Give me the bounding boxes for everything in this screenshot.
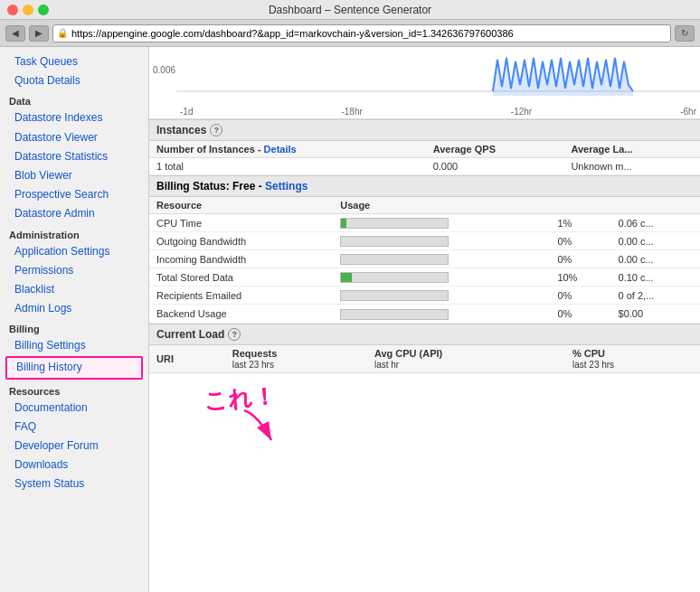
lock-icon: 🔒 — [57, 28, 68, 38]
sidebar-link-application-settings[interactable]: Application Settings — [0, 242, 148, 261]
current-load-header-row: URI Requestslast 23 hrs Avg CPU (API)las… — [149, 345, 700, 373]
window-chrome: Dashboard – Sentence Generator — [0, 0, 700, 20]
sidebar-link-documentation[interactable]: Documentation — [0, 399, 148, 418]
billing-cost: 0 of 2,... — [611, 287, 700, 305]
current-load-table: URI Requestslast 23 hrs Avg CPU (API)las… — [149, 345, 700, 373]
instances-header-row: Number of Instances - Details Average QP… — [149, 141, 700, 158]
cl-col-pct-cpu: % CPUlast 23 hrs — [565, 345, 700, 373]
instances-col-qps: Average QPS — [426, 141, 564, 158]
sidebar-link-datastore-statistics[interactable]: Datastore Statistics — [0, 147, 148, 166]
back-button[interactable]: ◀ — [5, 25, 25, 42]
address-bar[interactable]: https://appengine.google.com/dashboard?&… — [71, 28, 667, 39]
sidebar-link-datastore-indexes[interactable]: Datastore Indexes — [0, 108, 148, 127]
current-load-help-icon[interactable]: ? — [228, 328, 241, 341]
billing-resource: Recipients Emailed — [149, 287, 333, 305]
billing-col-resource: Resource — [149, 197, 333, 214]
current-load-section: Current Load ? URI Requestslast 23 hrs A… — [149, 324, 700, 373]
close-button[interactable] — [7, 5, 18, 15]
billing-status-separator: - — [259, 180, 265, 193]
billing-pct-label: 0% — [550, 250, 610, 268]
billing-bar-cell — [333, 214, 550, 232]
content-area: 0.006 -1d -18hr -12hr -6hr — [149, 47, 700, 592]
sidebar-link-permissions[interactable]: Permissions — [0, 261, 148, 280]
chart-x-label-1d: -1d — [180, 107, 193, 117]
sidebar-link-developer-forum[interactable]: Developer Forum — [0, 437, 148, 456]
forward-button[interactable]: ▶ — [29, 25, 49, 42]
billing-row: Incoming Bandwidth0%0.00 c... — [149, 250, 700, 268]
cl-col-requests: Requestslast 23 hrs — [225, 345, 367, 373]
billing-header-row: Resource Usage — [149, 197, 700, 214]
chart-canvas — [176, 51, 700, 105]
address-bar-wrapper: 🔒 https://appengine.google.com/dashboard… — [52, 24, 671, 42]
chart-x-label-6hr: -6hr — [680, 107, 696, 117]
current-load-title: Current Load — [156, 328, 224, 341]
billing-progress-fill — [341, 273, 352, 282]
billing-resource: CPU Time — [149, 214, 333, 232]
sidebar-link-task-queues[interactable]: Task Queues — [0, 52, 148, 71]
maximize-button[interactable] — [38, 5, 49, 15]
billing-progress-bar — [340, 218, 449, 229]
browser-toolbar: ◀ ▶ 🔒 https://appengine.google.com/dashb… — [0, 20, 700, 47]
annotation-text: これ！ — [203, 381, 278, 418]
sidebar: Task Queues Quota Details Data Datastore… — [0, 47, 149, 592]
window-buttons — [7, 5, 49, 15]
cl-col-avg-cpu: Avg CPU (API)last hr — [367, 345, 565, 373]
billing-settings-link[interactable]: Settings — [265, 180, 307, 193]
instances-header: Instances ? — [149, 119, 700, 141]
window-title: Dashboard – Sentence Generator — [269, 4, 431, 16]
instances-title: Instances — [156, 124, 206, 136]
sidebar-link-billing-settings[interactable]: Billing Settings — [0, 336, 148, 355]
billing-bar-cell — [333, 287, 550, 305]
minimize-button[interactable] — [23, 5, 33, 15]
billing-col-usage: Usage — [333, 197, 700, 214]
instances-details-link[interactable]: Details — [264, 144, 297, 155]
billing-progress-fill — [341, 219, 346, 228]
billing-pct-label: 10% — [550, 268, 610, 287]
billing-progress-bar — [340, 290, 449, 301]
sidebar-link-prospective-search[interactable]: Prospective Search — [0, 185, 148, 204]
sidebar-link-blob-viewer[interactable]: Blob Viewer — [0, 166, 148, 185]
instances-table: Number of Instances - Details Average QP… — [149, 141, 700, 175]
sidebar-link-blacklist[interactable]: Blacklist — [0, 280, 148, 299]
instances-col-number: Number of Instances - Details — [149, 141, 426, 158]
sidebar-link-system-status[interactable]: System Status — [0, 475, 148, 493]
sidebar-link-faq[interactable]: FAQ — [0, 418, 148, 437]
billing-status-label: Billing Status: — [156, 180, 230, 193]
refresh-button[interactable]: ↻ — [675, 25, 695, 42]
chart-x-label-18hr: -18hr — [341, 107, 362, 117]
instances-row: 1 total 0.000 Unknown m... — [149, 158, 700, 175]
sidebar-link-billing-history[interactable]: Billing History — [5, 356, 143, 379]
sidebar-link-datastore-viewer[interactable]: Datastore Viewer — [0, 128, 148, 147]
billing-resource: Total Stored Data — [149, 268, 333, 287]
sidebar-link-admin-logs[interactable]: Admin Logs — [0, 299, 148, 318]
chart-svg — [176, 51, 700, 96]
sidebar-link-datastore-admin[interactable]: Datastore Admin — [0, 204, 148, 223]
instances-help-icon[interactable]: ? — [210, 124, 222, 136]
billing-table: Resource Usage CPU Time1%0.06 c...Outgoi… — [149, 197, 700, 324]
chart-x-labels: -1d -18hr -12hr -6hr — [176, 105, 700, 117]
billing-bar-cell — [333, 268, 550, 287]
sidebar-section-administration: Administration — [0, 224, 148, 242]
instances-col-latency: Average La... — [563, 141, 700, 158]
sidebar-link-quota-details[interactable]: Quota Details — [0, 71, 148, 90]
sidebar-link-downloads[interactable]: Downloads — [0, 456, 148, 475]
sidebar-section-data: Data — [0, 90, 148, 108]
billing-resource: Outgoing Bandwidth — [149, 232, 333, 250]
billing-bar-cell — [333, 305, 550, 323]
annotation-wrapper: これ！ — [203, 383, 276, 415]
billing-cost: 0.00 c... — [611, 232, 700, 250]
sidebar-section-billing: Billing — [0, 318, 148, 336]
billing-cost: 0.00 c... — [611, 250, 700, 268]
billing-row: Total Stored Data10%0.10 c... — [149, 268, 700, 287]
billing-status-bar: Billing Status: Free - Settings — [149, 175, 700, 197]
billing-pct-label: 0% — [550, 287, 610, 305]
billing-progress-bar — [340, 272, 449, 283]
arrow-svg — [240, 406, 285, 446]
instances-number-label: Number of Instances — [156, 144, 255, 155]
main-layout: Task Queues Quota Details Data Datastore… — [0, 47, 700, 592]
billing-bar-cell — [333, 250, 550, 268]
instances-qps: 0.000 — [426, 158, 564, 175]
billing-resource: Incoming Bandwidth — [149, 250, 333, 268]
billing-progress-bar — [340, 236, 449, 247]
billing-pct-label: 1% — [550, 214, 610, 232]
